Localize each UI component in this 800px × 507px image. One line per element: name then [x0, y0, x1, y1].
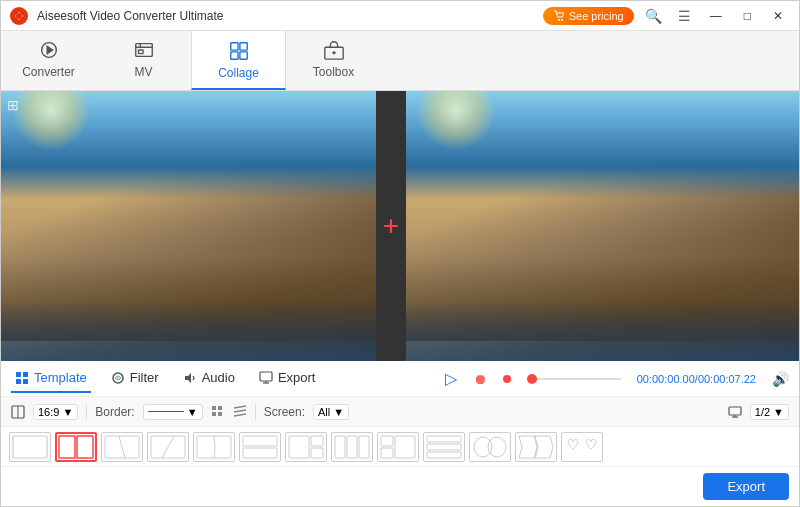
- template-irregular-2[interactable]: [147, 432, 189, 462]
- plus-icon[interactable]: +: [383, 210, 399, 242]
- grid-icon[interactable]: [211, 405, 225, 419]
- record-dot: [503, 375, 511, 383]
- stripe-icon[interactable]: [233, 405, 247, 419]
- ctrl-tab-export[interactable]: Export: [255, 364, 320, 393]
- title-bar-right: See pricing 🔍 ☰ — □ ✕: [543, 6, 791, 26]
- svg-rect-35: [13, 436, 47, 458]
- split-dropdown-icon: ▼: [773, 406, 784, 418]
- svg-rect-18: [23, 379, 28, 384]
- template-two-horizontal[interactable]: [239, 432, 281, 462]
- template-two-vertical[interactable]: [55, 432, 97, 462]
- video-frame-icon: ⊞: [7, 97, 19, 113]
- split-select[interactable]: 1/2 ▼: [750, 404, 789, 420]
- split-value: 1/2: [755, 406, 770, 418]
- template-irregular-1[interactable]: [101, 432, 143, 462]
- title-bar: Aiseesoft Video Converter Ultimate See p…: [1, 1, 799, 31]
- screen-dropdown-icon: ▼: [333, 406, 344, 418]
- svg-marker-58: [534, 436, 553, 458]
- ratio-value: 16:9: [38, 406, 59, 418]
- svg-rect-47: [347, 436, 357, 458]
- tab-mv[interactable]: MV: [96, 30, 191, 90]
- template-wide-split[interactable]: [193, 432, 235, 462]
- svg-rect-54: [427, 452, 461, 458]
- tab-toolbox[interactable]: Toolbox: [286, 30, 381, 90]
- tab-toolbox-label: Toolbox: [313, 65, 354, 79]
- template-right-big[interactable]: [377, 432, 419, 462]
- svg-point-3: [561, 19, 563, 21]
- svg-rect-45: [311, 448, 323, 458]
- see-pricing-button[interactable]: See pricing: [543, 7, 634, 25]
- bottom-bar: Export: [1, 466, 799, 506]
- svg-rect-46: [335, 436, 345, 458]
- progress-bar[interactable]: [527, 378, 621, 380]
- svg-rect-37: [77, 436, 93, 458]
- minimize-button[interactable]: —: [702, 7, 730, 25]
- export-button[interactable]: Export: [703, 473, 789, 500]
- ctrl-tab-template[interactable]: Template: [11, 364, 91, 393]
- app-logo: [9, 6, 29, 26]
- svg-rect-53: [427, 444, 461, 450]
- border-label: Border:: [95, 405, 134, 419]
- separator-2: [255, 404, 256, 420]
- template-toolbar: 16:9 ▼ Border: ▼ Screen: All ▼: [1, 397, 799, 427]
- ratio-select[interactable]: 16:9 ▼: [33, 404, 78, 420]
- ctrl-tab-audio[interactable]: Audio: [179, 364, 239, 393]
- audio-icon: [183, 371, 197, 385]
- template-three-vertical[interactable]: [331, 432, 373, 462]
- controls-bar: Template Filter Audio Export: [1, 361, 799, 397]
- volume-icon[interactable]: 🔊: [772, 371, 789, 387]
- svg-line-31: [234, 414, 246, 416]
- toolbox-icon: [323, 39, 345, 61]
- see-pricing-label: See pricing: [569, 10, 624, 22]
- tab-converter-label: Converter: [22, 65, 75, 79]
- template-h-stripes[interactable]: [423, 432, 465, 462]
- template-icon: [15, 371, 29, 385]
- template-ovals[interactable]: [469, 432, 511, 462]
- svg-point-56: [488, 437, 506, 457]
- search-icon[interactable]: 🔍: [640, 6, 667, 26]
- monitor-icon: [728, 405, 742, 419]
- svg-rect-50: [381, 448, 393, 458]
- nav-tabs: Converter MV Collage: [1, 31, 799, 91]
- svg-rect-25: [212, 406, 216, 410]
- template-single[interactable]: [9, 432, 51, 462]
- screen-label: Screen:: [264, 405, 305, 419]
- progress-indicator: [527, 374, 537, 384]
- ctrl-tab-export-label: Export: [278, 370, 316, 385]
- app-title: Aiseesoft Video Converter Ultimate: [37, 9, 543, 23]
- ctrl-tab-template-label: Template: [34, 370, 87, 385]
- tab-converter[interactable]: Converter: [1, 30, 96, 90]
- play-button[interactable]: ▷: [445, 369, 457, 388]
- svg-rect-44: [311, 436, 323, 446]
- svg-rect-10: [230, 51, 237, 58]
- templates-grid: [1, 427, 799, 466]
- svg-rect-21: [260, 372, 272, 381]
- maximize-button[interactable]: □: [736, 7, 759, 25]
- svg-marker-20: [185, 373, 191, 383]
- ctrl-tab-filter[interactable]: Filter: [107, 364, 163, 393]
- close-button[interactable]: ✕: [765, 7, 791, 25]
- stop-button[interactable]: ⏺: [473, 371, 487, 387]
- water-right: [406, 301, 799, 361]
- screen-value: All: [318, 406, 330, 418]
- mv-icon: [133, 39, 155, 61]
- svg-rect-32: [729, 407, 741, 415]
- svg-line-29: [234, 406, 246, 408]
- screen-select[interactable]: All ▼: [313, 404, 349, 420]
- svg-rect-11: [239, 51, 246, 58]
- tab-collage[interactable]: Collage: [191, 30, 286, 90]
- svg-rect-15: [16, 372, 21, 377]
- hamburger-icon[interactable]: ☰: [673, 6, 696, 26]
- svg-rect-51: [395, 436, 415, 458]
- ctrl-tab-audio-label: Audio: [202, 370, 235, 385]
- svg-rect-8: [230, 42, 237, 49]
- border-select[interactable]: ▼: [143, 404, 203, 420]
- svg-rect-43: [289, 436, 309, 458]
- export-icon: [259, 371, 273, 385]
- template-left-big[interactable]: [285, 432, 327, 462]
- svg-line-30: [234, 410, 246, 412]
- template-arrows[interactable]: [515, 432, 557, 462]
- tab-collage-label: Collage: [218, 66, 259, 80]
- svg-point-55: [474, 437, 492, 457]
- template-hearts[interactable]: [561, 432, 603, 462]
